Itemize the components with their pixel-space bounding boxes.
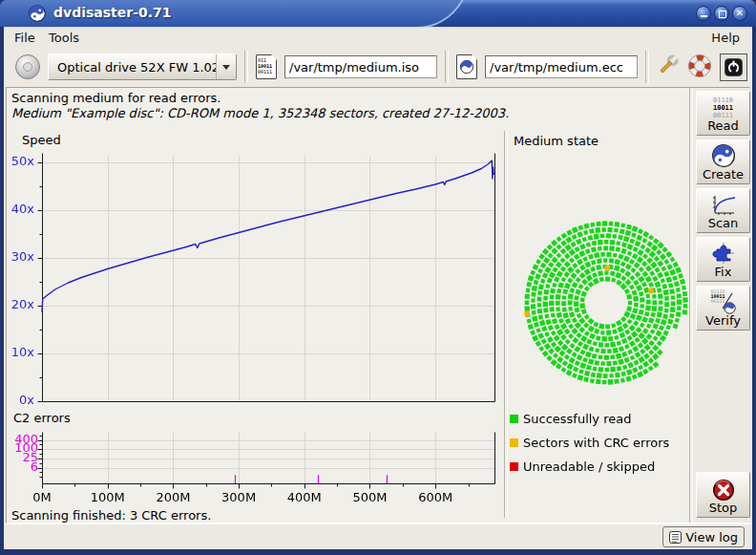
- image-file-input[interactable]: [284, 55, 437, 78]
- scan-button[interactable]: Scan: [696, 188, 750, 233]
- view-log-label: View log: [685, 530, 738, 544]
- page-fold: [271, 54, 277, 60]
- quit-power-button[interactable]: [720, 53, 747, 81]
- drive-selector[interactable]: Optical drive 52X FW 1.02: [48, 53, 237, 80]
- medium-state-title: Medium state: [514, 134, 598, 148]
- minimize-button[interactable]: [696, 6, 711, 21]
- create-label: Create: [703, 168, 744, 181]
- chevron-down-icon: [222, 65, 230, 70]
- scan-result-line: Scanning finished: 3 CRC errors.: [11, 508, 211, 523]
- log-list-icon: [669, 531, 682, 544]
- legend-label: Unreadable / skipped: [523, 459, 655, 474]
- medium-state-legend: Successfully read Sectors with CRC error…: [510, 407, 669, 479]
- scan-chart-icon: [710, 194, 737, 217]
- bad-swatch: [510, 462, 518, 471]
- toolbar-separator: [244, 51, 248, 83]
- maximize-icon: [719, 11, 726, 18]
- sidebar-separator: [689, 88, 693, 523]
- drive-selector-arrow[interactable]: [216, 54, 236, 79]
- fix-label: Fix: [715, 266, 732, 279]
- legend-label: Sectors with CRC errors: [523, 436, 669, 450]
- menubar: File Tools Help: [4, 28, 752, 47]
- client-area: File Tools Help Optical drive 52X FW 1.0…: [4, 27, 752, 548]
- preferences-wrench-icon[interactable]: [657, 53, 680, 81]
- medium-info-line: Medium "Example disc": CD-ROM mode 1, 35…: [11, 106, 509, 120]
- drive-selector-value: Optical drive 52X FW 1.02: [49, 60, 216, 75]
- yinyang-icon: [711, 143, 736, 168]
- binary-read-icon: 011101001100111: [713, 96, 733, 119]
- verify-button[interactable]: 011101001100111 Verify: [696, 286, 750, 331]
- titlebar[interactable]: dvdisaster-0.71 ✕: [0, 0, 756, 27]
- speed-and-c2-chart-canvas: [7, 128, 511, 505]
- read-label: Read: [707, 119, 739, 133]
- scan-view: Scanning medium for read errors. Medium …: [6, 87, 750, 523]
- legend-label: Successfully read: [523, 412, 631, 426]
- iso-file-icon[interactable]: 011 10011 00111: [256, 54, 277, 79]
- read-button[interactable]: 011101001100111 Read: [696, 91, 750, 136]
- panel-separator: [504, 131, 508, 518]
- crc-swatch: [510, 438, 518, 447]
- menu-help[interactable]: Help: [706, 30, 745, 46]
- scan-label: Scan: [708, 217, 739, 230]
- disc-hole: [23, 62, 32, 72]
- menu-tools[interactable]: Tools: [44, 30, 84, 46]
- puzzle-piece-icon: [711, 241, 736, 266]
- good-swatch: [510, 415, 518, 423]
- close-button[interactable]: ✕: [732, 6, 747, 21]
- drive-disc-icon[interactable]: [15, 54, 40, 79]
- ecc-file-input[interactable]: [485, 55, 638, 78]
- fix-button[interactable]: Fix: [696, 237, 750, 282]
- ecc-file-icon[interactable]: [456, 54, 477, 79]
- maximize-button[interactable]: [714, 6, 729, 21]
- stop-label: Stop: [709, 502, 738, 515]
- view-log-button[interactable]: View log: [662, 526, 745, 547]
- stop-button[interactable]: Stop: [696, 472, 750, 518]
- close-icon: ✕: [733, 7, 746, 20]
- legend-row-bad: Unreadable / skipped: [510, 455, 669, 479]
- legend-row-crc: Sectors with CRC errors: [510, 431, 669, 455]
- toolbar: Optical drive 52X FW 1.02 011 10011 0011…: [4, 47, 752, 87]
- page-fold: [472, 54, 477, 60]
- verify-label: Verify: [705, 314, 741, 328]
- stop-icon: [712, 479, 735, 502]
- action-status-line: Scanning medium for read errors.: [11, 91, 220, 105]
- menu-file[interactable]: File: [10, 30, 40, 46]
- statusbar: View log: [4, 523, 752, 549]
- window-title: dvdisaster-0.71: [53, 5, 172, 20]
- verify-icon: 011101001100111: [711, 289, 736, 314]
- dvdisaster-window: dvdisaster-0.71 ✕ File Tools Help Optica…: [0, 0, 756, 555]
- medium-state-disc-canvas: [515, 211, 697, 393]
- app-logo-yinyang-icon: [29, 5, 46, 22]
- legend-row-good: Successfully read: [510, 407, 669, 431]
- help-lifesaver-icon[interactable]: [687, 53, 712, 81]
- minimize-icon: [701, 15, 707, 17]
- toolbar-separator: [645, 51, 649, 83]
- iso-icon-line: 00111: [258, 69, 272, 75]
- toolbar-separator: [445, 51, 449, 83]
- create-button[interactable]: Create: [696, 139, 750, 184]
